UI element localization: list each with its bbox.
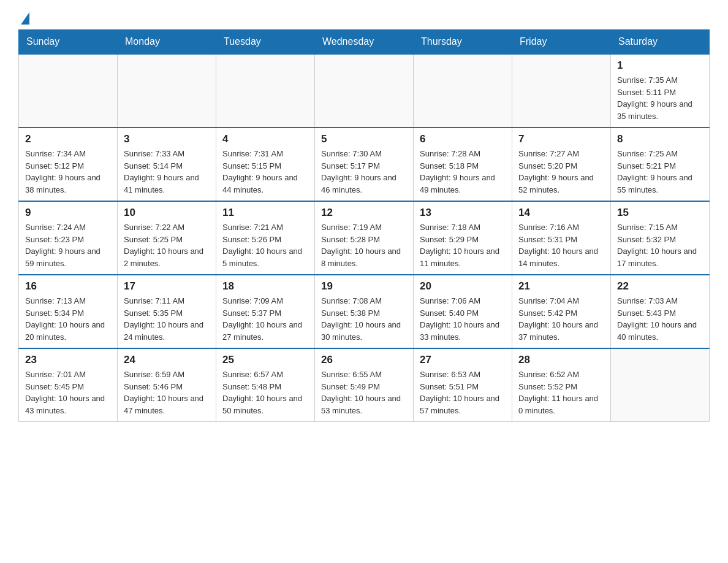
day-info-text: Sunrise: 7:11 AM bbox=[124, 295, 210, 307]
day-info-text: Sunrise: 7:33 AM bbox=[124, 148, 210, 160]
day-info-text: Daylight: 10 hours and 53 minutes. bbox=[321, 393, 407, 416]
weekday-header-wednesday: Wednesday bbox=[315, 30, 414, 55]
day-info-text: Sunrise: 6:53 AM bbox=[420, 369, 506, 381]
day-info-text: Sunset: 5:46 PM bbox=[124, 381, 210, 393]
day-info-text: Daylight: 10 hours and 57 minutes. bbox=[420, 393, 506, 416]
calendar-table: SundayMondayTuesdayWednesdayThursdayFrid… bbox=[18, 29, 710, 422]
day-info-text: Daylight: 10 hours and 47 minutes. bbox=[124, 393, 210, 416]
calendar-cell bbox=[19, 54, 118, 128]
day-number: 16 bbox=[25, 280, 111, 293]
day-info-text: Daylight: 10 hours and 2 minutes. bbox=[124, 245, 210, 269]
day-info-text: Sunrise: 7:31 AM bbox=[222, 148, 308, 160]
calendar-header: SundayMondayTuesdayWednesdayThursdayFrid… bbox=[19, 30, 710, 55]
calendar-cell: 8Sunrise: 7:25 AMSunset: 5:21 PMDaylight… bbox=[611, 128, 710, 201]
day-info-text: Daylight: 10 hours and 5 minutes. bbox=[222, 245, 308, 269]
day-number: 2 bbox=[25, 133, 111, 145]
day-info-text: Daylight: 10 hours and 8 minutes. bbox=[321, 245, 407, 269]
calendar-cell: 2Sunrise: 7:34 AMSunset: 5:12 PMDaylight… bbox=[19, 128, 118, 201]
day-number: 24 bbox=[124, 354, 210, 366]
logo-triangle-icon bbox=[21, 12, 29, 25]
calendar-cell: 11Sunrise: 7:21 AMSunset: 5:26 PMDayligh… bbox=[216, 201, 315, 275]
calendar-cell: 3Sunrise: 7:33 AMSunset: 5:14 PMDaylight… bbox=[118, 128, 216, 201]
day-info-text: Sunrise: 7:04 AM bbox=[518, 295, 604, 307]
day-info-text: Daylight: 10 hours and 27 minutes. bbox=[222, 319, 308, 343]
day-info-text: Daylight: 9 hours and 49 minutes. bbox=[420, 172, 506, 196]
calendar-week-row: 1Sunrise: 7:35 AMSunset: 5:11 PMDaylight… bbox=[19, 54, 710, 128]
day-info-text: Sunset: 5:28 PM bbox=[321, 234, 407, 246]
day-info-text: Sunset: 5:40 PM bbox=[420, 307, 506, 320]
day-info-text: Sunset: 5:15 PM bbox=[222, 160, 308, 172]
day-info-text: Sunset: 5:43 PM bbox=[617, 307, 703, 320]
day-info-text: Sunset: 5:38 PM bbox=[321, 307, 407, 320]
calendar-cell bbox=[315, 54, 414, 128]
day-info-text: Daylight: 9 hours and 35 minutes. bbox=[617, 98, 703, 122]
day-number: 28 bbox=[518, 354, 604, 366]
day-info-text: Sunset: 5:25 PM bbox=[124, 234, 210, 246]
day-info-text: Sunset: 5:29 PM bbox=[420, 234, 506, 246]
calendar-cell: 16Sunrise: 7:13 AMSunset: 5:34 PMDayligh… bbox=[19, 275, 118, 348]
day-number: 22 bbox=[617, 280, 703, 293]
calendar-cell bbox=[512, 54, 611, 128]
day-number: 20 bbox=[420, 280, 506, 293]
calendar-cell: 4Sunrise: 7:31 AMSunset: 5:15 PMDaylight… bbox=[216, 128, 315, 201]
calendar-cell: 10Sunrise: 7:22 AMSunset: 5:25 PMDayligh… bbox=[118, 201, 216, 275]
day-info-text: Sunrise: 6:52 AM bbox=[518, 369, 604, 381]
day-info-text: Daylight: 9 hours and 52 minutes. bbox=[518, 172, 604, 196]
day-info-text: Sunset: 5:35 PM bbox=[124, 307, 210, 320]
day-info-text: Daylight: 9 hours and 41 minutes. bbox=[124, 172, 210, 196]
calendar-cell: 9Sunrise: 7:24 AMSunset: 5:23 PMDaylight… bbox=[19, 201, 118, 275]
day-info-text: Sunrise: 7:22 AM bbox=[124, 221, 210, 234]
day-info-text: Sunset: 5:37 PM bbox=[222, 307, 308, 320]
day-info-text: Sunrise: 7:34 AM bbox=[25, 148, 111, 160]
day-info-text: Daylight: 9 hours and 38 minutes. bbox=[25, 172, 111, 196]
day-number: 21 bbox=[518, 280, 604, 293]
day-number: 18 bbox=[222, 280, 308, 293]
day-info-text: Sunset: 5:23 PM bbox=[25, 234, 111, 246]
calendar-cell bbox=[216, 54, 315, 128]
day-info-text: Sunset: 5:52 PM bbox=[518, 381, 604, 393]
calendar-cell: 26Sunrise: 6:55 AMSunset: 5:49 PMDayligh… bbox=[315, 348, 414, 422]
day-info-text: Sunset: 5:17 PM bbox=[321, 160, 407, 172]
calendar-cell: 17Sunrise: 7:11 AMSunset: 5:35 PMDayligh… bbox=[118, 275, 216, 348]
calendar-body: 1Sunrise: 7:35 AMSunset: 5:11 PMDaylight… bbox=[19, 54, 710, 422]
day-info-text: Sunrise: 7:08 AM bbox=[321, 295, 407, 307]
day-info-text: Daylight: 9 hours and 46 minutes. bbox=[321, 172, 407, 196]
calendar-cell: 19Sunrise: 7:08 AMSunset: 5:38 PMDayligh… bbox=[315, 275, 414, 348]
weekday-header-friday: Friday bbox=[512, 30, 611, 55]
day-info-text: Sunrise: 7:35 AM bbox=[617, 74, 703, 86]
day-info-text: Sunrise: 6:59 AM bbox=[124, 369, 210, 381]
day-number: 14 bbox=[518, 207, 604, 219]
day-info-text: Daylight: 10 hours and 33 minutes. bbox=[420, 319, 506, 343]
day-info-text: Sunset: 5:20 PM bbox=[518, 160, 604, 172]
page-header bbox=[18, 12, 710, 23]
calendar-cell: 13Sunrise: 7:18 AMSunset: 5:29 PMDayligh… bbox=[414, 201, 512, 275]
day-number: 4 bbox=[222, 133, 308, 145]
day-info-text: Sunrise: 7:15 AM bbox=[617, 221, 703, 234]
day-info-text: Sunrise: 7:18 AM bbox=[420, 221, 506, 234]
calendar-cell: 7Sunrise: 7:27 AMSunset: 5:20 PMDaylight… bbox=[512, 128, 611, 201]
day-info-text: Sunset: 5:51 PM bbox=[420, 381, 506, 393]
day-info-text: Sunset: 5:31 PM bbox=[518, 234, 604, 246]
day-number: 13 bbox=[420, 207, 506, 219]
calendar-cell: 14Sunrise: 7:16 AMSunset: 5:31 PMDayligh… bbox=[512, 201, 611, 275]
day-info-text: Daylight: 9 hours and 55 minutes. bbox=[617, 172, 703, 196]
day-number: 11 bbox=[222, 207, 308, 219]
calendar-cell: 20Sunrise: 7:06 AMSunset: 5:40 PMDayligh… bbox=[414, 275, 512, 348]
day-number: 12 bbox=[321, 207, 407, 219]
day-info-text: Sunset: 5:18 PM bbox=[420, 160, 506, 172]
calendar-cell: 15Sunrise: 7:15 AMSunset: 5:32 PMDayligh… bbox=[611, 201, 710, 275]
calendar-cell: 25Sunrise: 6:57 AMSunset: 5:48 PMDayligh… bbox=[216, 348, 315, 422]
day-number: 15 bbox=[617, 207, 703, 219]
calendar-cell: 1Sunrise: 7:35 AMSunset: 5:11 PMDaylight… bbox=[611, 54, 710, 128]
day-number: 17 bbox=[124, 280, 210, 293]
day-info-text: Sunset: 5:12 PM bbox=[25, 160, 111, 172]
day-info-text: Sunrise: 7:25 AM bbox=[617, 148, 703, 160]
day-info-text: Sunset: 5:32 PM bbox=[617, 234, 703, 246]
day-info-text: Daylight: 9 hours and 44 minutes. bbox=[222, 172, 308, 196]
day-info-text: Sunset: 5:11 PM bbox=[617, 86, 703, 99]
logo bbox=[18, 12, 29, 23]
calendar-cell: 27Sunrise: 6:53 AMSunset: 5:51 PMDayligh… bbox=[414, 348, 512, 422]
calendar-cell: 6Sunrise: 7:28 AMSunset: 5:18 PMDaylight… bbox=[414, 128, 512, 201]
day-number: 7 bbox=[518, 133, 604, 145]
day-info-text: Sunrise: 7:06 AM bbox=[420, 295, 506, 307]
